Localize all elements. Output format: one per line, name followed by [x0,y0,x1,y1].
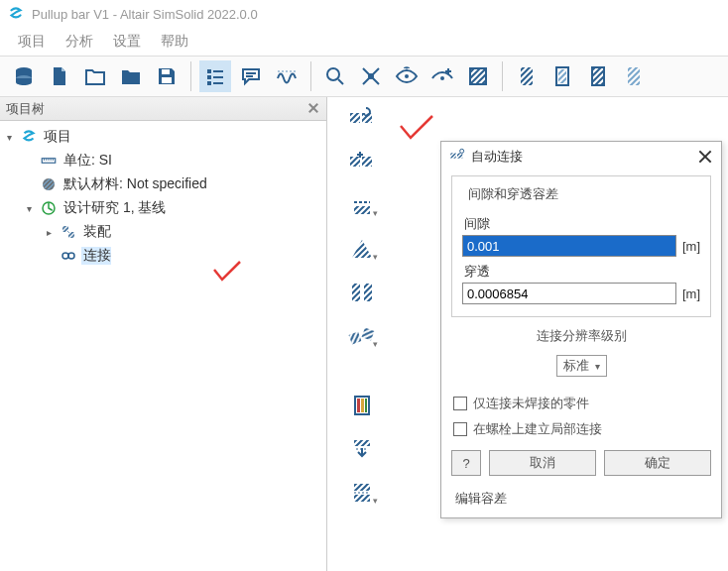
vtool-halves-icon[interactable]: ▾ [345,478,379,508]
svg-rect-42 [365,399,367,412]
menu-help[interactable]: 帮助 [151,29,198,55]
svg-rect-27 [68,232,74,238]
stripe-d-icon[interactable] [618,60,650,92]
ok-button[interactable]: 确定 [604,450,711,476]
project-tree[interactable]: ▾ 项目 单位: SI 默认材料: Not specified ▾ 设计研究 1… [0,121,326,272]
wave-icon[interactable] [271,60,303,92]
tree-material[interactable]: 默认材料: Not specified [2,172,324,196]
svg-rect-4 [207,69,211,73]
pane-close-icon[interactable] [306,102,320,116]
vtool-top-icon[interactable]: ▾ [345,190,379,220]
svg-rect-18 [558,69,566,83]
open-folder-icon[interactable] [79,60,111,92]
svg-rect-30 [350,113,360,123]
svg-rect-19 [592,67,604,85]
group-title: 间隙和穿透容差 [464,185,562,203]
menu-analysis[interactable]: 分析 [56,29,103,55]
svg-rect-8 [207,81,211,85]
tolerance-group: 间隙和穿透容差 间隙 [m] 穿透 [m] [451,175,711,317]
new-file-icon[interactable] [44,60,75,92]
db-icon[interactable] [8,60,40,92]
cancel-button[interactable]: 取消 [489,450,596,476]
unit-label: [m] [682,239,700,254]
vtool-angle-icon[interactable]: ▾ [345,234,379,264]
checkbox-bolt-local[interactable]: 在螺栓上建立局部连接 [441,416,721,442]
pane-title: 项目树 [6,100,45,118]
tree-study[interactable]: ▾ 设计研究 1, 基线 [2,196,324,220]
penetration-input[interactable] [462,283,676,304]
vtool-gap-icon[interactable] [345,278,379,307]
svg-rect-34 [354,206,370,214]
tree-units[interactable]: 单位: SI [2,149,324,172]
gap-label: 间隙 [464,215,698,233]
vtool-connect-icon[interactable] [345,147,379,176]
auto-connect-dialog: 自动连接 间隙和穿透容差 间隙 [m] 穿透 [m] 连接分辨率级别 标准 ▾ … [440,141,722,518]
list-view-icon[interactable] [199,60,231,92]
svg-rect-46 [450,153,455,158]
save-icon[interactable] [151,60,182,92]
unit-label: [m] [682,286,700,301]
svg-rect-26 [62,226,68,232]
zoom-icon[interactable] [319,60,351,92]
dialog-icon [449,148,465,167]
vtool-joint-icon[interactable]: ▾ [345,321,379,351]
vtool-expand-down-icon[interactable] [345,434,379,464]
app-title: Pullup bar V1 - Altair SimSolid 2022.0.0 [32,7,258,22]
dialog-close-icon[interactable] [697,149,713,165]
folder-icon[interactable] [115,60,147,92]
svg-point-11 [368,73,374,79]
tree-connection[interactable]: 连接 [2,244,324,268]
stripe-a-icon[interactable] [511,60,543,92]
study-icon [39,198,59,218]
penetration-label: 穿透 [464,263,698,281]
dialog-title: 自动连接 [471,148,523,166]
svg-rect-16 [521,67,533,85]
vtool-result-a-icon[interactable] [345,391,379,420]
svg-rect-40 [357,399,360,412]
resolution-select[interactable]: 标准 ▾ [556,355,607,377]
edit-tolerance-link[interactable]: 编辑容差 [441,484,721,517]
svg-point-10 [327,68,339,80]
svg-rect-3 [162,77,172,83]
menubar: 项目 分析 设置 帮助 [0,28,728,56]
connection-icon [59,246,78,266]
hatched-box-icon[interactable] [462,60,494,92]
svg-rect-45 [354,495,370,502]
chevron-down-icon: ▾ [595,361,600,372]
svg-rect-6 [207,75,211,79]
top-toolbar [0,56,728,97]
checkbox-icon[interactable] [453,397,467,410]
vtool-auto-connect-icon[interactable] [345,103,379,133]
svg-rect-5 [213,70,223,72]
tree-root[interactable]: ▾ 项目 [2,125,324,149]
titlebar: Pullup bar V1 - Altair SimSolid 2022.0.0 [0,0,728,28]
dialog-titlebar[interactable]: 自动连接 [441,142,721,171]
app-logo-icon [6,4,26,24]
resolution-label: 连接分辨率级别 [441,327,721,345]
checkbox-icon[interactable] [453,422,467,436]
help-button[interactable]: ? [451,450,481,476]
gap-input[interactable] [462,235,676,257]
svg-point-28 [62,253,68,259]
menu-settings[interactable]: 设置 [103,29,151,55]
eye-plus-icon[interactable] [426,60,458,92]
toolbar-separator [310,61,311,91]
svg-rect-43 [354,440,370,446]
svg-point-29 [68,253,74,259]
s-logo-icon [19,127,39,147]
project-tree-pane: 项目树 ▾ 项目 单位: SI 默认材料: Not specified ▾ [0,97,327,571]
eye-icon[interactable] [391,60,423,92]
isolate-icon[interactable] [355,60,387,92]
svg-rect-7 [213,76,223,78]
stripe-b-icon[interactable] [546,60,578,92]
checkbox-unwelded[interactable]: 仅连接未焊接的零件 [441,391,721,416]
comment-icon[interactable] [235,60,267,92]
svg-rect-35 [352,284,360,301]
stripe-c-icon[interactable] [582,60,614,92]
material-icon [39,174,59,194]
vertical-toolbar: ▾ ▾ ▾ ▾ [345,103,379,508]
toolbar-separator [190,61,191,91]
svg-rect-14 [470,68,486,84]
tree-assembly[interactable]: ▸ 装配 [2,220,324,244]
menu-project[interactable]: 项目 [8,29,56,55]
